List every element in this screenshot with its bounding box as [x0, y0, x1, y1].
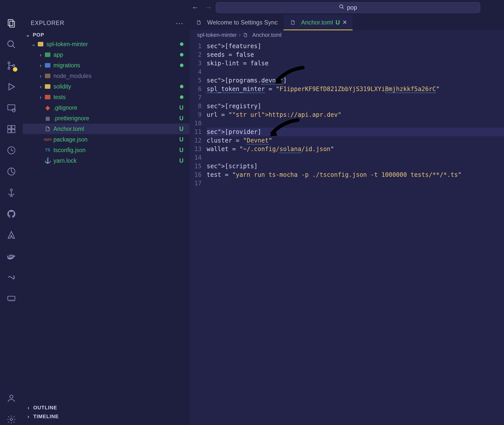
- chevron-down-icon: ⌄: [25, 32, 31, 38]
- sidebar-section-pop[interactable]: ⌄ POP: [23, 31, 190, 39]
- nav-back-icon[interactable]: ←: [192, 4, 199, 12]
- extensions-icon[interactable]: [6, 124, 17, 135]
- git-untracked-badge: U: [179, 136, 183, 143]
- outline-label: OUTLINE: [33, 405, 57, 411]
- tab-welcome[interactable]: Welcome to Settings Sync: [190, 15, 284, 30]
- tree-file[interactable]: Anchor.toml U: [23, 124, 190, 134]
- file-icon: [44, 125, 51, 133]
- svg-rect-19: [8, 296, 15, 300]
- svg-point-11: [12, 109, 15, 112]
- git-untracked-badge: U: [179, 104, 183, 111]
- git-modified-dot-icon: [180, 53, 183, 56]
- folder-icon: [44, 93, 51, 101]
- svg-point-7: [8, 67, 10, 69]
- git-modified-dot-icon: [180, 42, 183, 46]
- folder-open-icon: [37, 40, 44, 48]
- svg-rect-12: [8, 126, 11, 129]
- svg-point-0: [340, 5, 343, 8]
- svg-point-21: [10, 418, 13, 421]
- chevron-right-icon: ›: [37, 73, 44, 79]
- svg-point-4: [8, 41, 13, 46]
- azure-icon[interactable]: [6, 230, 17, 241]
- tree-file[interactable]: ⚓ yarn.lock U: [23, 155, 190, 166]
- sidebar-timeline[interactable]: › TIMELINE: [23, 412, 190, 421]
- chevron-right-icon: ›: [25, 405, 32, 411]
- git-untracked-badge: U: [179, 157, 183, 164]
- search-input[interactable]: pop: [216, 2, 480, 13]
- explorer-title: EXPLORER: [31, 20, 64, 26]
- search-icon: [339, 4, 344, 11]
- svg-rect-15: [12, 130, 15, 133]
- npm-icon: npm: [44, 136, 51, 143]
- tree-folder[interactable]: › tests: [23, 92, 190, 102]
- tab-label: Welcome to Settings Sync: [207, 19, 278, 26]
- code-editor[interactable]: 1234567891011121314151617 sec">[features…: [190, 40, 504, 425]
- git-modified-dot-icon: [180, 85, 183, 88]
- run-debug-icon[interactable]: [6, 81, 17, 92]
- git-untracked-badge: U: [179, 126, 183, 132]
- anchor-icon[interactable]: [6, 187, 17, 198]
- github-icon[interactable]: [6, 208, 17, 219]
- tree-folder-root[interactable]: ⌄ spl-token-minter: [23, 39, 190, 49]
- chevron-right-icon: ›: [25, 414, 32, 419]
- activity-bar: [0, 15, 23, 425]
- editor-area: Welcome to Settings Sync Anchor.toml U ✕…: [190, 15, 504, 425]
- tree-folder[interactable]: › migrations: [23, 60, 190, 71]
- sidebar-header: EXPLORER ···: [23, 15, 190, 31]
- output-icon[interactable]: [6, 293, 17, 304]
- breadcrumb[interactable]: spl-token-minter › Anchor.toml: [190, 30, 504, 40]
- project-manager-icon[interactable]: [6, 166, 17, 177]
- tree-folder[interactable]: › app: [23, 49, 190, 60]
- title-bar: ← → pop: [0, 0, 504, 15]
- folder-icon: [44, 72, 51, 80]
- sidebar: EXPLORER ··· ⌄ POP ⌄ spl-token-minter › …: [23, 15, 190, 425]
- folder-label: node_modules: [53, 73, 183, 79]
- remote-explorer-icon[interactable]: [6, 102, 17, 114]
- svg-point-8: [13, 65, 15, 67]
- search-activity-icon[interactable]: [6, 39, 17, 50]
- chevron-down-icon: ⌄: [30, 41, 37, 47]
- accounts-icon[interactable]: [6, 393, 17, 404]
- chevron-right-icon: ›: [37, 84, 44, 90]
- timeline-label: TIMELINE: [33, 414, 59, 419]
- svg-point-20: [10, 395, 13, 398]
- source-control-icon[interactable]: [6, 60, 17, 71]
- line-gutter: 1234567891011121314151617: [190, 40, 207, 425]
- tree-file[interactable]: ▦ .prettierignore U: [23, 113, 190, 124]
- tab-modified-badge: U: [335, 19, 340, 26]
- tree-file[interactable]: ◆ .gitignore U: [23, 102, 190, 113]
- file-label: package.json: [53, 136, 179, 143]
- breadcrumb-part: spl-token-minter: [197, 32, 237, 38]
- git-modified-dot-icon: [180, 95, 183, 99]
- svg-point-18: [10, 189, 12, 191]
- chevron-right-icon: ›: [239, 32, 241, 38]
- tree-folder[interactable]: › node_modules: [23, 71, 190, 81]
- docker-icon[interactable]: [6, 251, 17, 262]
- settings-gear-icon[interactable]: [6, 414, 17, 425]
- tree-file[interactable]: TS tsconfig.json U: [23, 145, 190, 155]
- close-icon[interactable]: ✕: [342, 19, 347, 26]
- git-untracked-badge: U: [179, 147, 183, 154]
- svg-line-1: [342, 8, 344, 9]
- folder-label: app: [53, 51, 180, 58]
- tree-folder[interactable]: › solidity: [23, 81, 190, 92]
- svg-rect-3: [10, 21, 15, 27]
- sidebar-outline[interactable]: › OUTLINE: [23, 403, 190, 412]
- tree-file[interactable]: npm package.json U: [23, 134, 190, 145]
- tab-anchor-toml[interactable]: Anchor.toml U ✕: [284, 15, 353, 30]
- git-icon: ◆: [44, 104, 51, 111]
- folder-label: migrations: [53, 62, 180, 69]
- git-untracked-badge: U: [179, 115, 183, 122]
- timeline-activity-icon[interactable]: [6, 145, 17, 156]
- code-content[interactable]: sec">[features]seeds = falseskip-lint = …: [207, 40, 504, 425]
- share-icon[interactable]: [6, 272, 17, 283]
- folder-label: solidity: [53, 83, 180, 90]
- section-label: POP: [33, 32, 44, 38]
- file-label: Anchor.toml: [53, 126, 179, 132]
- explorer-icon[interactable]: [6, 18, 17, 29]
- chevron-right-icon: ›: [37, 63, 44, 68]
- sidebar-more-icon[interactable]: ···: [176, 19, 183, 27]
- nav-forward-icon[interactable]: →: [205, 4, 212, 12]
- nav-arrows: ← →: [192, 4, 212, 12]
- git-modified-dot-icon: [180, 64, 183, 67]
